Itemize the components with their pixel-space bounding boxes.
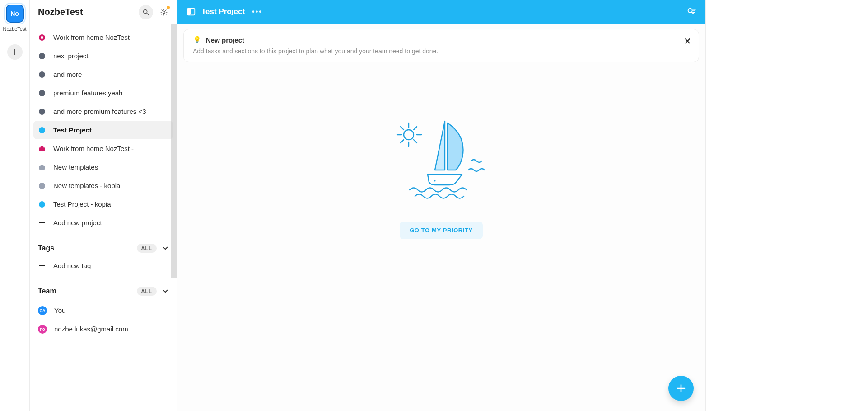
project-label: premium features yeah <box>53 89 122 97</box>
project-color-icon <box>39 183 45 189</box>
project-color-icon <box>39 127 45 133</box>
close-button[interactable]: ✕ <box>684 36 691 47</box>
workspace-switcher[interactable]: No <box>4 3 26 24</box>
project-color-icon <box>39 53 45 59</box>
add-task-fab[interactable] <box>668 376 694 401</box>
close-icon: ✕ <box>684 36 691 46</box>
tip-card: 💡 New project Add tasks and sections to … <box>183 29 699 62</box>
project-label: Work from home NozTest <box>53 33 130 41</box>
search-button[interactable] <box>139 5 153 19</box>
team-member[interactable]: CA You <box>33 301 173 320</box>
project-label: New templates <box>53 163 98 171</box>
tip-body: Add tasks and sections to this project t… <box>193 47 690 55</box>
sidebar-item-project[interactable]: New templates - kopia <box>33 176 173 195</box>
briefcase-icon <box>38 164 46 171</box>
gear-icon <box>160 8 168 16</box>
team-title: Team <box>38 287 137 295</box>
settings-button[interactable] <box>157 5 171 19</box>
go-to-priority-button[interactable]: GO TO MY PRIORITY <box>400 222 483 239</box>
content-area: 💡 New project Add tasks and sections to … <box>177 24 705 411</box>
project-label: and more <box>53 71 82 78</box>
project-label: New templates - kopia <box>53 182 120 189</box>
more-menu-button[interactable]: ••• <box>252 8 262 16</box>
empty-state: GO TO MY PRIORITY <box>392 117 491 239</box>
avatar-initials: CA <box>40 308 46 313</box>
add-tag-label: Add new tag <box>53 262 91 269</box>
project-list: Work from home NozTest next project and … <box>30 24 177 236</box>
svg-point-1 <box>163 11 165 13</box>
svg-rect-3 <box>187 9 191 15</box>
plus-icon <box>38 219 46 227</box>
project-label: and more premium features <3 <box>53 108 146 115</box>
notification-dot-icon <box>167 6 170 9</box>
sidebar-header: NozbeTest <box>30 0 177 24</box>
project-label: Test Project <box>53 126 92 134</box>
team-filter-pill[interactable]: ALL <box>137 287 157 296</box>
project-color-icon <box>39 71 45 78</box>
avatar-initials: no <box>40 327 45 331</box>
sidebar-item-project[interactable]: and more <box>33 65 173 84</box>
workspace-badge-text: No <box>10 10 19 17</box>
scrollbar[interactable] <box>171 24 177 278</box>
sidebar-item-project[interactable]: and more premium features <3 <box>33 102 173 121</box>
add-project-button[interactable]: Add new project <box>33 213 173 232</box>
topbar: Test Project ••• <box>177 0 705 24</box>
lightbulb-icon: 💡 <box>193 36 201 44</box>
team-member-label: nozbe.lukas@gmail.com <box>54 325 128 333</box>
project-color-icon <box>39 109 45 115</box>
team-section-header[interactable]: Team ALL <box>30 279 177 299</box>
avatar: no <box>38 325 47 334</box>
sidebar-item-project[interactable]: Test Project - kopia <box>33 195 173 213</box>
filter-icon <box>686 7 696 17</box>
plus-icon <box>38 262 46 269</box>
svg-point-5 <box>404 130 414 140</box>
workspace-label: NozbeTest <box>3 26 27 32</box>
team-member-label: You <box>54 307 65 314</box>
briefcase-icon <box>38 145 46 152</box>
project-label: Work from home NozTest - <box>53 145 134 152</box>
add-workspace-button[interactable] <box>7 44 23 60</box>
sidebar-item-project[interactable]: premium features yeah <box>33 84 173 102</box>
detail-panel <box>705 0 868 411</box>
plus-icon <box>11 48 19 56</box>
chevron-down-icon[interactable] <box>161 244 169 252</box>
team-member[interactable]: no nozbe.lukas@gmail.com <box>33 320 173 338</box>
sidebar-toggle-icon[interactable] <box>186 7 196 17</box>
plus-icon <box>676 383 686 393</box>
project-label: Test Project - kopia <box>53 200 111 208</box>
project-color-icon <box>39 90 45 96</box>
sidebar-scroll-area[interactable]: Work from home NozTest next project and … <box>30 24 177 411</box>
add-project-label: Add new project <box>53 219 102 227</box>
workspace-badge[interactable]: No <box>6 5 24 23</box>
sidebar-item-project[interactable]: Work from home NozTest <box>33 28 173 47</box>
sidebar-item-project[interactable]: Work from home NozTest - <box>33 139 173 158</box>
sidebar-item-project[interactable]: New templates <box>33 158 173 176</box>
team-list: CA You no nozbe.lukas@gmail.com <box>30 299 177 340</box>
sidebar: NozbeTest Work from home NozTest next pr… <box>30 0 177 411</box>
tags-filter-pill[interactable]: ALL <box>137 244 157 253</box>
chevron-down-icon[interactable] <box>161 287 169 295</box>
tags-title: Tags <box>38 244 137 252</box>
sidebar-item-project[interactable]: Test Project <box>33 121 173 139</box>
add-tag-button[interactable]: Add new tag <box>33 256 173 275</box>
filter-button[interactable] <box>686 7 696 17</box>
workspace-rail: No NozbeTest <box>0 0 30 411</box>
sailboat-illustration-icon <box>392 117 491 203</box>
svg-point-6 <box>434 180 435 181</box>
search-icon <box>142 9 149 16</box>
project-color-icon <box>39 34 45 41</box>
ellipsis-icon: ••• <box>252 8 262 15</box>
project-color-icon <box>39 201 45 208</box>
tags-section-header[interactable]: Tags ALL <box>30 236 177 256</box>
main-column: Test Project ••• 💡 New project Add tasks… <box>177 0 705 411</box>
project-label: next project <box>53 52 89 60</box>
sidebar-item-project[interactable]: next project <box>33 47 173 65</box>
tip-title: New project <box>206 36 244 44</box>
sidebar-title: NozbeTest <box>38 7 135 17</box>
page-title: Test Project <box>201 7 245 16</box>
avatar: CA <box>38 306 47 315</box>
